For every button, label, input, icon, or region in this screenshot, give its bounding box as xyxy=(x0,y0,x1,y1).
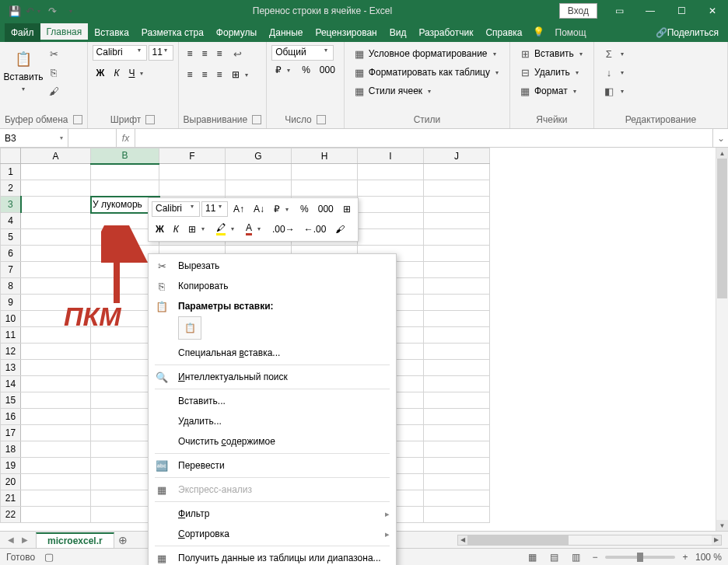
cell-I3[interactable] xyxy=(358,197,424,213)
align-right-button[interactable]: ≡ xyxy=(213,67,226,82)
format-cells-button[interactable]: ▦Формат▾ xyxy=(515,82,583,99)
cell-A3[interactable] xyxy=(21,197,91,213)
tab-help[interactable]: Справка xyxy=(479,23,528,42)
col-header-H[interactable]: H xyxy=(292,148,358,164)
cell-J22[interactable] xyxy=(424,507,490,523)
horizontal-scrollbar[interactable]: ◀ ▶ xyxy=(457,535,722,546)
row-header-9[interactable]: 9 xyxy=(1,295,21,311)
cell-A13[interactable] xyxy=(21,360,91,376)
cell-F2[interactable] xyxy=(159,180,226,197)
thousands-button[interactable]: 000 xyxy=(316,62,339,78)
cell-B2[interactable] xyxy=(91,180,159,197)
cell-H1[interactable] xyxy=(292,164,358,180)
cell-A16[interactable] xyxy=(21,409,91,425)
row-header-19[interactable]: 19 xyxy=(1,458,21,474)
zoom-slider[interactable] xyxy=(605,556,675,559)
minimize-button[interactable]: — xyxy=(635,0,666,22)
row-header-20[interactable]: 20 xyxy=(1,474,21,490)
col-header-A[interactable]: A xyxy=(21,148,91,164)
row-header-22[interactable]: 22 xyxy=(1,507,21,523)
cell-J11[interactable] xyxy=(424,327,490,344)
ctx-cut[interactable]: ✂Вырезать xyxy=(149,256,396,276)
formula-expand-button[interactable]: ⌄ xyxy=(712,129,728,147)
cut-button[interactable]: ✂ xyxy=(44,45,64,62)
insert-cells-button[interactable]: ⊞Вставить▾ xyxy=(515,45,589,62)
row-header-2[interactable]: 2 xyxy=(1,180,21,197)
row-header-12[interactable]: 12 xyxy=(1,344,21,360)
italic-button[interactable]: К xyxy=(110,65,123,81)
cell-A2[interactable] xyxy=(21,180,91,197)
undo-button[interactable]: ↶▾ xyxy=(25,2,42,19)
cell-G1[interactable] xyxy=(226,164,292,180)
row-header-17[interactable]: 17 xyxy=(1,425,21,441)
format-table-button[interactable]: ▦Форматировать как таблицу▾ xyxy=(349,64,505,81)
cell-A12[interactable] xyxy=(21,344,91,360)
mini-size-select[interactable]: 11▾ xyxy=(201,201,228,217)
ctx-paste-special[interactable]: Специальная вставка... xyxy=(149,343,396,363)
merge-button[interactable]: ⊞▾ xyxy=(228,67,254,82)
cell-J7[interactable] xyxy=(424,262,490,278)
cell-J5[interactable] xyxy=(424,229,490,246)
zoom-in-button[interactable]: + xyxy=(680,552,691,563)
cell-A19[interactable] xyxy=(21,458,91,474)
cell-J3[interactable] xyxy=(424,197,490,213)
row-header-18[interactable]: 18 xyxy=(1,441,21,458)
cell-A21[interactable] xyxy=(21,490,91,507)
tab-view[interactable]: Вид xyxy=(383,23,413,42)
cell-J15[interactable] xyxy=(424,392,490,409)
cell-J1[interactable] xyxy=(424,164,490,180)
cell-J6[interactable] xyxy=(424,246,490,262)
cell-J16[interactable] xyxy=(424,409,490,425)
font-size-select[interactable]: 11▾ xyxy=(149,45,173,61)
fx-button[interactable]: fx xyxy=(117,129,135,147)
cell-G2[interactable] xyxy=(226,180,292,197)
row-header-13[interactable]: 13 xyxy=(1,360,21,376)
cell-J9[interactable] xyxy=(424,295,490,311)
col-header-F[interactable]: F xyxy=(159,148,226,164)
row-header-14[interactable]: 14 xyxy=(1,376,21,392)
row-header-11[interactable]: 11 xyxy=(1,327,21,344)
qat-customize[interactable]: ▾ xyxy=(62,2,79,19)
col-header-J[interactable]: J xyxy=(424,148,490,164)
format-painter-button[interactable]: 🖌 xyxy=(44,82,64,99)
align-mid-button[interactable]: ≡ xyxy=(198,45,212,62)
ctx-translate[interactable]: 🔤Перевести xyxy=(149,455,396,476)
cell-J20[interactable] xyxy=(424,474,490,490)
cell-J13[interactable] xyxy=(424,360,490,376)
sheet-nav-next[interactable]: ▶ xyxy=(19,534,31,546)
paste-option-default[interactable]: 📋 xyxy=(178,316,201,340)
ctx-sort[interactable]: Сортировка▸ xyxy=(149,524,396,544)
bold-button[interactable]: Ж xyxy=(93,65,109,81)
ctx-filter[interactable]: Фильтр▸ xyxy=(149,504,396,524)
cell-I5[interactable] xyxy=(358,229,424,246)
scroll-down-arrow[interactable]: ▼ xyxy=(716,520,728,531)
mini-border[interactable]: ⊞▾ xyxy=(184,220,211,238)
hscroll-right[interactable]: ▶ xyxy=(712,535,721,545)
cell-styles-button[interactable]: ▦Стили ячеек▾ xyxy=(349,82,437,99)
cell-I4[interactable] xyxy=(358,213,424,229)
cell-F1[interactable] xyxy=(159,164,226,180)
cond-format-button[interactable]: ▦Условное форматирование▾ xyxy=(349,45,502,62)
mini-inc-decimal[interactable]: .00→ xyxy=(268,220,299,238)
align-bot-button[interactable]: ≡ xyxy=(213,45,226,62)
cell-A1[interactable] xyxy=(21,164,91,180)
wrap-text-button[interactable]: ↩ xyxy=(228,45,248,62)
cell-J10[interactable] xyxy=(424,311,490,327)
row-header-21[interactable]: 21 xyxy=(1,490,21,507)
add-sheet-button[interactable]: ⊕ xyxy=(114,534,131,546)
tab-developer[interactable]: Разработчик xyxy=(412,23,479,42)
mini-merge[interactable]: ⊞ xyxy=(339,201,355,217)
share-button[interactable]: 🔗 Поделиться xyxy=(649,23,725,42)
sheet-nav-prev[interactable]: ◀ xyxy=(5,534,17,546)
mini-percent[interactable]: % xyxy=(296,201,313,217)
col-header-B[interactable]: B xyxy=(91,148,159,164)
cell-J8[interactable] xyxy=(424,278,490,295)
mini-dec-decimal[interactable]: ←.00 xyxy=(300,220,331,238)
autosum-button[interactable]: Σ▾ xyxy=(599,45,630,62)
cell-B1[interactable] xyxy=(91,164,159,180)
row-header-16[interactable]: 16 xyxy=(1,409,21,425)
paste-button[interactable]: 📋 Вставить▾ xyxy=(5,45,42,96)
row-header-3[interactable]: 3 xyxy=(1,197,21,213)
number-format-select[interactable]: Общий▾ xyxy=(271,45,334,61)
cell-A6[interactable] xyxy=(21,246,91,262)
